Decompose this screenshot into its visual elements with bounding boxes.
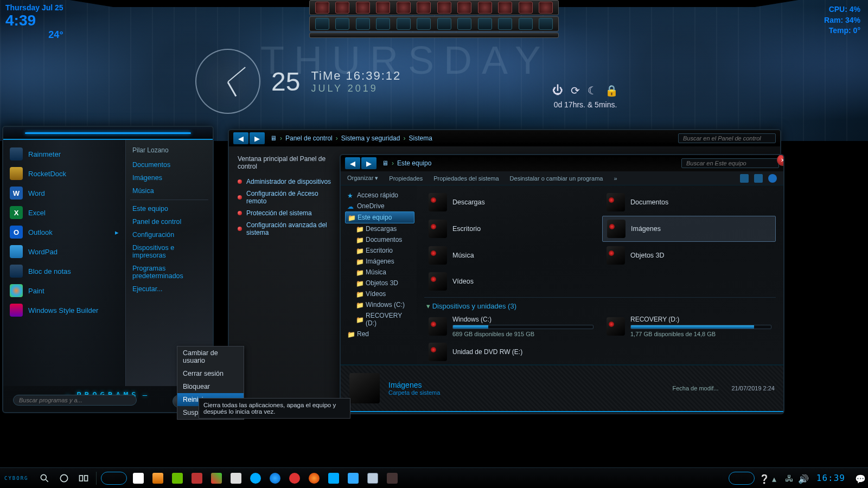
dock-icon[interactable] (335, 2, 349, 14)
drive-item[interactable]: Unidad de DVD RW (E:) (424, 341, 598, 363)
tree-node[interactable]: 📁Este equipo (345, 211, 414, 223)
file-explorer-window[interactable]: ✕ ◀ ▶ 🖥 › Este equipo Organizar ▾ Propie… (340, 154, 784, 414)
lock-icon[interactable]: 🔒 (605, 84, 618, 97)
dock-icon[interactable] (315, 2, 329, 14)
dock-icon[interactable] (519, 18, 533, 30)
cp-side-link[interactable]: Protección del sistema (234, 207, 343, 219)
taskbar-app[interactable] (384, 471, 400, 486)
taskbar-app-store[interactable] (130, 471, 146, 486)
tree-node[interactable]: 📁Red (345, 329, 414, 339)
power-menu-item[interactable]: Bloquear (177, 380, 244, 393)
taskbar-app[interactable] (208, 471, 225, 486)
tree-node[interactable]: 📁Windows (C:) (345, 299, 414, 310)
drive-item[interactable]: Windows (C:)689 GB disponibles de 915 GB (424, 313, 598, 339)
start-search-input[interactable] (13, 395, 137, 406)
folder-item[interactable]: Vídeos (424, 269, 598, 294)
explorer-content[interactable]: DescargasDocumentosEscritorioImágenesMús… (417, 185, 783, 364)
tray-chevron-up-icon[interactable]: ▴ (772, 474, 781, 483)
power-menu-item[interactable]: Cambiar de usuario (177, 346, 244, 367)
cp-side-link[interactable]: Administrador de dispositivos (234, 176, 343, 188)
folder-item[interactable]: Música (424, 243, 598, 268)
cp-side-title[interactable]: Ventana principal del Panel de control (234, 154, 343, 176)
nav-fwd-button[interactable]: ▶ (250, 132, 265, 144)
dock-icon[interactable] (478, 18, 492, 30)
tree-node[interactable]: 📁Descargas (345, 223, 414, 234)
cp-search-input[interactable] (678, 133, 776, 143)
start-app-word[interactable]: WWord (8, 183, 121, 203)
dock-row-1[interactable] (309, 0, 559, 15)
start-app-bloc-de-notas[interactable]: Bloc de notas (8, 261, 121, 281)
folder-item[interactable]: Imágenes (602, 216, 776, 242)
sleep-icon[interactable]: ☾ (588, 84, 597, 97)
start-place-link[interactable]: Música (129, 184, 209, 197)
start-place-link[interactable]: Panel de control (129, 215, 209, 228)
network-icon[interactable]: 🖧 (785, 474, 794, 483)
task-view-icon[interactable] (75, 471, 92, 486)
breadcrumb[interactable]: 🖥 › Panel de control › Sistema y segurid… (270, 134, 432, 142)
user-name[interactable]: Pilar Lozano (129, 144, 209, 158)
nav-back-button[interactable]: ◀ (233, 132, 248, 144)
dock-icon[interactable] (498, 18, 512, 30)
cp-side-link[interactable]: Configuración avanzada del sistema (234, 219, 343, 239)
toolbar-sysproperties[interactable]: Propiedades del sistema (433, 175, 499, 182)
taskbar-app[interactable] (345, 471, 361, 486)
nav-back-button[interactable]: ◀ (345, 157, 360, 169)
start-place-link[interactable]: Imágenes (129, 171, 209, 184)
dock-icon[interactable] (498, 2, 512, 14)
drive-item[interactable]: RECOVERY (D:)1,77 GB disponibles de 14,8… (602, 313, 776, 339)
start-app-wordpad[interactable]: WordPad (8, 242, 121, 261)
action-center-icon[interactable]: 💬 (855, 474, 864, 483)
tree-node[interactable]: ☁OneDrive (345, 201, 414, 211)
dock-icon[interactable] (356, 18, 370, 30)
start-app-windows-style-builder[interactable]: Windows Style Builder (8, 300, 121, 320)
cp-titlebar[interactable]: ◀ ▶ 🖥 › Panel de control › Sistema y seg… (229, 130, 780, 146)
dock-icon[interactable] (457, 2, 471, 14)
dock-icon[interactable] (519, 2, 533, 14)
dock-icon[interactable] (356, 2, 370, 14)
explorer-search-input[interactable] (681, 158, 779, 168)
cp-side-link[interactable]: Configuración de Acceso remoto (234, 188, 343, 207)
start-app-rainmeter[interactable]: Rainmeter (8, 144, 121, 164)
dock-icon[interactable] (315, 18, 329, 30)
search-icon[interactable] (36, 471, 53, 486)
restart-icon[interactable]: ⟳ (571, 84, 580, 97)
dock-icon[interactable] (417, 2, 431, 14)
devices-section-header[interactable]: ▾ Dispositivos y unidades (3) (424, 297, 776, 313)
tree-node[interactable]: 📁Documentos (345, 234, 414, 245)
crumb-item[interactable]: Panel de control (285, 134, 333, 142)
address-bar[interactable]: 🖥 › Este equipo (382, 159, 431, 167)
start-place-link[interactable]: Configuración (129, 228, 209, 241)
folder-item[interactable]: Objetos 3D (602, 243, 776, 268)
toolbar-properties[interactable]: Propiedades (389, 175, 423, 182)
dock-icon[interactable] (376, 2, 390, 14)
view-mode-icon[interactable] (740, 174, 749, 183)
dock-icon[interactable] (437, 2, 451, 14)
start-app-excel[interactable]: XExcel (8, 203, 121, 222)
power-menu-item[interactable]: Cerrar sesión (177, 367, 244, 380)
taskbar-app-ie[interactable] (267, 471, 283, 486)
tree-node[interactable]: 📁Vídeos (345, 288, 414, 299)
crumb-item[interactable]: Sistema y seguridad (341, 134, 400, 142)
dock-icon[interactable] (539, 18, 553, 30)
dock-icon[interactable] (417, 18, 431, 30)
address-text[interactable]: Este equipo (397, 159, 431, 167)
dock-icon[interactable] (397, 18, 411, 30)
toolbar-organize[interactable]: Organizar ▾ (347, 175, 378, 182)
taskbar-app-firefox[interactable] (306, 471, 322, 486)
tree-node[interactable]: 📁RECOVERY (D:) (345, 310, 414, 329)
dock-icon[interactable] (397, 2, 411, 14)
dock-icon[interactable] (457, 18, 471, 30)
crumb-item[interactable]: Sistema (409, 134, 432, 142)
tree-node[interactable]: 📁Imágenes (345, 256, 414, 267)
taskbar-app-nvidia[interactable] (169, 471, 186, 486)
dock-icon[interactable] (437, 18, 451, 30)
cortana-icon[interactable] (56, 471, 72, 486)
taskbar-app-edge[interactable] (247, 471, 264, 486)
taskbar-app-explorer[interactable] (365, 471, 381, 486)
tree-node[interactable]: 📁Escritorio (345, 245, 414, 256)
preview-pane-icon[interactable] (754, 174, 763, 183)
start-place-link[interactable]: Dispositivos e impresoras (129, 241, 209, 262)
taskbar-app-mail[interactable] (228, 471, 244, 486)
taskbar-app-maxthon[interactable] (326, 471, 342, 486)
help-icon[interactable] (768, 174, 777, 183)
